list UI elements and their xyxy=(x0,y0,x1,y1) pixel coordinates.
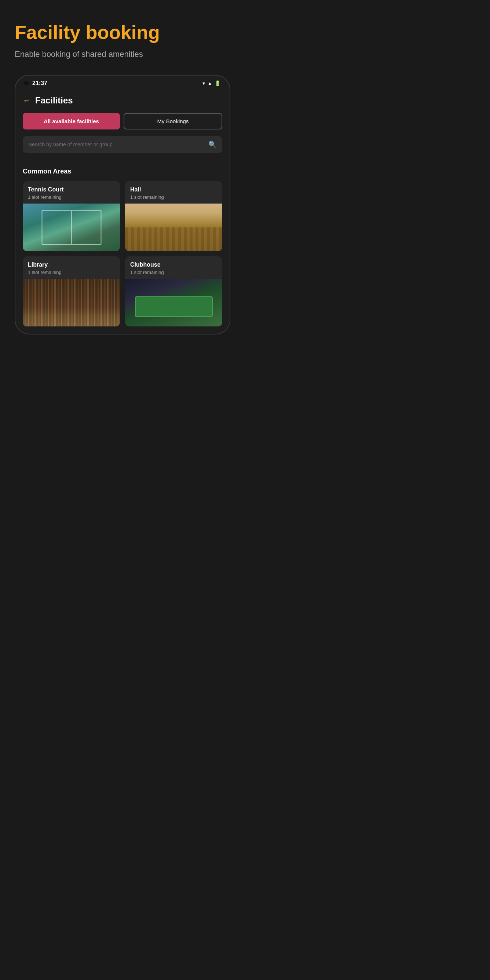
search-input[interactable] xyxy=(29,142,208,148)
tab-row: All available facilities My Bookings xyxy=(23,113,222,129)
facility-card-tennis[interactable]: Tennis Court 1 slot remaining xyxy=(23,181,120,251)
camera-dot xyxy=(24,81,29,86)
battery-icon: 🔋 xyxy=(215,80,221,86)
facility-image-tennis xyxy=(23,204,120,251)
facility-slots-clubhouse: 1 slot remaining xyxy=(130,270,217,275)
facility-image-hall xyxy=(125,204,222,251)
app-title: Facilities xyxy=(35,95,73,106)
facility-name-clubhouse: Clubhouse xyxy=(130,261,217,268)
wifi-icon: ▾ xyxy=(202,80,205,86)
hero-subtitle: Enable booking of shared amenities xyxy=(15,49,230,60)
signal-icon: ▲ xyxy=(207,80,212,86)
phone-frame: 21:37 ▾ ▲ 🔋 ← Facilities All available f… xyxy=(15,75,230,334)
facility-slots-library: 1 slot remaining xyxy=(28,270,115,275)
facilities-grid: Tennis Court 1 slot remaining Hall 1 slo… xyxy=(23,181,222,326)
facility-info-hall: Hall 1 slot remaining xyxy=(125,181,222,204)
facility-image-clubhouse xyxy=(125,279,222,326)
search-icon: 🔍 xyxy=(208,140,216,148)
facility-card-hall[interactable]: Hall 1 slot remaining xyxy=(125,181,222,251)
back-button[interactable]: ← xyxy=(23,96,31,105)
page-wrapper: Facility booking Enable booking of share… xyxy=(0,0,245,490)
facility-name-tennis: Tennis Court xyxy=(28,186,115,193)
facility-card-clubhouse[interactable]: Clubhouse 1 slot remaining xyxy=(125,256,222,326)
facility-image-library xyxy=(23,279,120,326)
facility-name-library: Library xyxy=(28,261,115,268)
facility-slots-tennis: 1 slot remaining xyxy=(28,194,115,200)
section-title: Common Areas xyxy=(23,168,222,175)
facility-info-clubhouse: Clubhouse 1 slot remaining xyxy=(125,256,222,279)
hero-title: Facility booking xyxy=(15,22,230,43)
app-header: ← Facilities xyxy=(23,95,222,106)
tab-my-bookings[interactable]: My Bookings xyxy=(124,113,222,129)
search-bar: 🔍 xyxy=(23,136,222,153)
status-bar: 21:37 ▾ ▲ 🔋 xyxy=(15,76,230,89)
facility-info-tennis: Tennis Court 1 slot remaining xyxy=(23,181,120,204)
status-icons: ▾ ▲ 🔋 xyxy=(202,80,221,86)
facility-info-library: Library 1 slot remaining xyxy=(23,256,120,279)
hero-section: Facility booking Enable booking of share… xyxy=(15,22,230,60)
status-time: 21:37 xyxy=(32,80,47,87)
app-header-section: ← Facilities All available facilities My… xyxy=(15,89,230,160)
tab-all-facilities[interactable]: All available facilities xyxy=(23,113,120,129)
scroll-content: Common Areas Tennis Court 1 slot remaini… xyxy=(15,160,230,334)
facility-slots-hall: 1 slot remaining xyxy=(130,194,217,200)
facility-card-library[interactable]: Library 1 slot remaining xyxy=(23,256,120,326)
facility-name-hall: Hall xyxy=(130,186,217,193)
